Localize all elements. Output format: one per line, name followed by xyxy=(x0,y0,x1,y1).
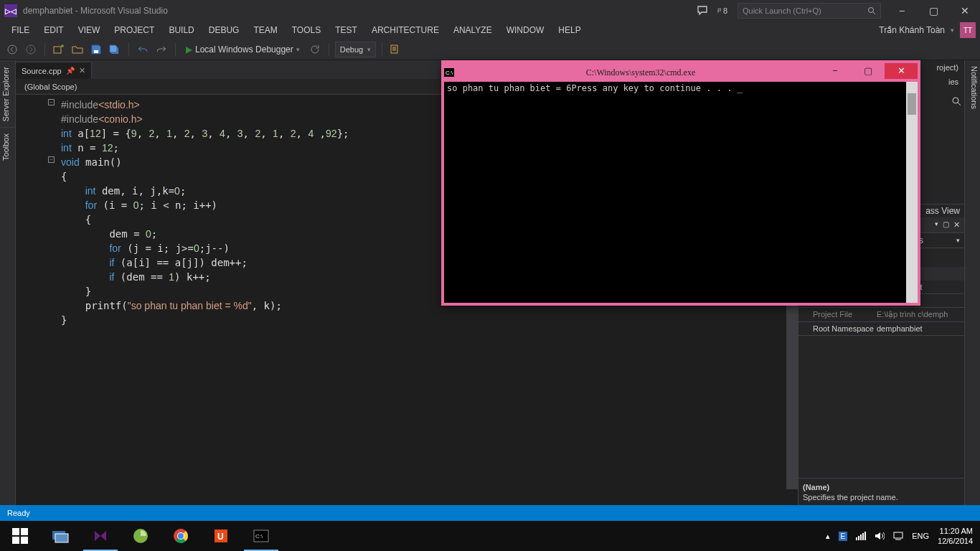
menu-project[interactable]: PROJECT xyxy=(107,23,161,37)
tray-chevron-icon[interactable]: ▴ xyxy=(826,532,830,541)
standard-toolbar: ▶ Local Windows Debugger ▾ Debug ▾ xyxy=(0,39,980,60)
close-button[interactable]: ✕ xyxy=(954,5,976,17)
menu-tools[interactable]: TOOLS xyxy=(285,23,328,37)
tray-network-icon[interactable] xyxy=(856,532,866,540)
feedback-icon[interactable] xyxy=(697,6,707,16)
taskbar-app-3[interactable] xyxy=(121,521,161,551)
toolbar-sep xyxy=(128,43,129,56)
menu-file[interactable]: FILE xyxy=(4,23,37,37)
search-icon xyxy=(867,6,876,15)
menu-edit[interactable]: EDIT xyxy=(37,23,70,37)
tray-action-icon[interactable] xyxy=(893,532,903,540)
cmd-titlebar[interactable]: C:\ C:\Windows\system32\cmd.exe − ▢ ✕ xyxy=(444,63,918,82)
cmd-title: C:\Windows\system32\cmd.exe xyxy=(463,67,819,78)
system-tray[interactable]: ▴ E ENG 11:20 AM 12/6/2014 xyxy=(819,526,980,546)
menu-team[interactable]: TEAM xyxy=(246,23,284,37)
menu-window[interactable]: WINDOW xyxy=(499,23,552,37)
outline-collapse-icon[interactable]: − xyxy=(48,156,55,163)
svg-point-10 xyxy=(953,98,958,103)
notification-count: 8 xyxy=(723,6,727,15)
tray-app-icon[interactable]: E xyxy=(839,532,848,541)
menu-analyze[interactable]: ANALYZE xyxy=(446,23,499,37)
pin-icon[interactable]: ▢ xyxy=(943,220,949,230)
cmd-scrollbar[interactable] xyxy=(906,82,918,303)
taskbar-app-5[interactable]: U xyxy=(201,521,241,551)
toolbar-sep xyxy=(175,43,176,56)
open-file-button[interactable] xyxy=(70,42,85,57)
svg-rect-16 xyxy=(21,537,28,544)
status-bar: Ready xyxy=(0,505,980,521)
undo-button[interactable] xyxy=(135,42,151,57)
chevron-down-icon: ▾ xyxy=(956,237,960,244)
nav-back-button[interactable] xyxy=(4,42,20,57)
server-explorer-tab[interactable]: Server Explorer xyxy=(0,60,15,127)
source-cpp-tab[interactable]: Source.cpp 📌 ✕ xyxy=(16,62,92,79)
toolbox-tab[interactable]: Toolbox xyxy=(0,127,15,166)
menu-test[interactable]: TEST xyxy=(328,23,364,37)
cmd-minimize-button[interactable]: − xyxy=(819,63,852,79)
quick-launch-placeholder: Quick Launch (Ctrl+Q) xyxy=(743,6,821,15)
taskbar-visual-studio[interactable] xyxy=(80,521,121,551)
svg-point-1 xyxy=(8,45,17,54)
new-project-button[interactable] xyxy=(51,42,67,57)
svg-rect-31 xyxy=(860,534,862,540)
start-button[interactable] xyxy=(0,521,40,551)
close-icon[interactable]: ✕ xyxy=(953,220,960,230)
tray-clock[interactable]: 11:20 AM 12/6/2014 xyxy=(938,526,973,546)
sln-search-icon[interactable] xyxy=(951,96,961,106)
svg-point-24 xyxy=(178,533,184,539)
tray-volume-icon[interactable] xyxy=(875,532,885,540)
window-title: demphanbiet - Microsoft Visual Studio xyxy=(23,6,168,16)
menu-bar: FILE EDIT VIEW PROJECT BUILD DEBUG TEAM … xyxy=(0,22,980,39)
quick-launch-input[interactable]: Quick Launch (Ctrl+Q) xyxy=(738,3,881,19)
notifications-flag-icon[interactable]: 8 xyxy=(717,6,727,16)
taskbar-chrome[interactable] xyxy=(161,521,201,551)
chevron-down-icon[interactable]: ▾ xyxy=(935,220,938,230)
menu-architecture[interactable]: ARCHITECTURE xyxy=(364,23,446,37)
menu-view[interactable]: VIEW xyxy=(71,23,108,37)
start-debug-button[interactable]: ▶ Local Windows Debugger ▾ xyxy=(182,42,304,57)
cmd-output[interactable]: so phan tu phan biet = 6Press any key to… xyxy=(444,82,906,303)
minimize-button[interactable]: − xyxy=(891,5,913,17)
tray-language[interactable]: ENG xyxy=(912,532,929,540)
desc-text: Specifies the project name. xyxy=(803,493,898,501)
svg-rect-14 xyxy=(21,528,28,535)
find-in-files-button[interactable] xyxy=(388,42,404,57)
cmd-scroll-thumb[interactable] xyxy=(908,93,916,115)
tray-date: 12/6/2014 xyxy=(938,536,973,546)
menu-help[interactable]: HELP xyxy=(551,23,588,37)
taskbar-cmd[interactable]: C:\ xyxy=(241,521,281,551)
cmd-window[interactable]: C:\ C:\Windows\system32\cmd.exe − ▢ ✕ so… xyxy=(441,60,920,306)
play-icon: ▶ xyxy=(186,44,192,55)
save-button[interactable] xyxy=(88,42,104,57)
close-tab-button[interactable]: ✕ xyxy=(79,66,85,75)
menu-debug[interactable]: DEBUG xyxy=(202,23,247,37)
user-dropdown-icon[interactable]: ▾ xyxy=(951,27,954,34)
refresh-button[interactable] xyxy=(307,42,323,57)
svg-rect-30 xyxy=(858,536,859,540)
user-avatar[interactable]: TT xyxy=(960,22,976,38)
solution-config-combo[interactable]: Debug ▾ xyxy=(335,42,376,57)
outline-collapse-icon[interactable]: − xyxy=(48,99,55,105)
redo-button[interactable] xyxy=(154,42,169,57)
cmd-maximize-button[interactable]: ▢ xyxy=(852,63,885,79)
toolbar-sep xyxy=(329,43,329,56)
toolbar-sep xyxy=(44,43,45,56)
desc-name: (Name) xyxy=(803,483,960,491)
prop-row-namespace[interactable]: Root Namespacedemphanbiet xyxy=(798,322,964,336)
signed-in-user[interactable]: Trần Khánh Toàn xyxy=(879,25,945,35)
config-label: Debug xyxy=(340,45,363,54)
svg-rect-4 xyxy=(94,50,98,53)
save-all-button[interactable] xyxy=(107,42,123,57)
notifications-tab[interactable]: Notifications xyxy=(965,60,980,115)
maximize-button[interactable]: ▢ xyxy=(923,5,944,17)
cmd-close-button[interactable]: ✕ xyxy=(885,63,918,79)
left-autohide-rail: Server Explorer Toolbox xyxy=(0,60,16,521)
taskbar-app-1[interactable] xyxy=(40,521,80,551)
pin-icon[interactable]: 📌 xyxy=(66,67,75,75)
svg-rect-18 xyxy=(55,534,68,542)
menu-build[interactable]: BUILD xyxy=(161,23,201,37)
svg-rect-29 xyxy=(856,537,857,540)
scope-label: (Global Scope) xyxy=(24,83,77,91)
nav-fwd-button[interactable] xyxy=(23,42,39,57)
